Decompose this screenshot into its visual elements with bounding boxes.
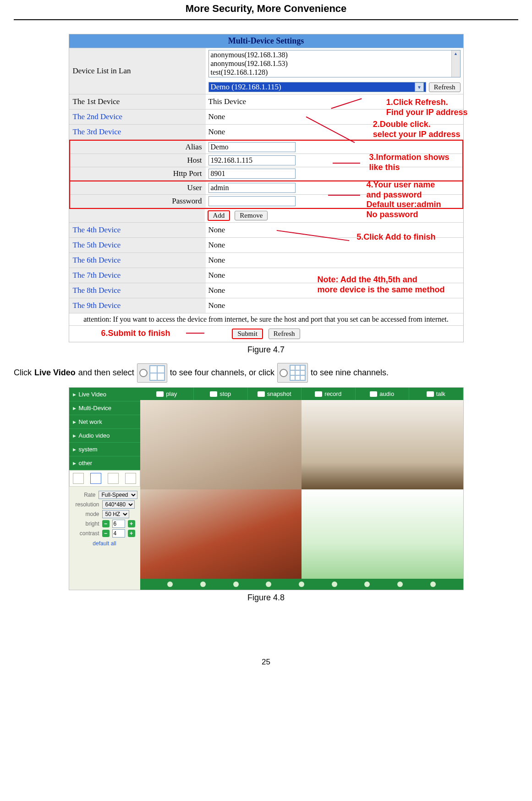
instr-text: to see nine channels. — [311, 368, 389, 378]
figure-4-8-caption: Figure 4.8 — [14, 593, 518, 603]
list-item[interactable]: test(192.168.1.128) — [209, 68, 460, 77]
resolution-label: resolution — [72, 501, 99, 508]
list-item[interactable]: anonymous(192.168.1.38) — [209, 50, 460, 59]
sidebar-item-system[interactable]: system — [69, 443, 140, 456]
device3-label[interactable]: The 3rd Device — [69, 125, 206, 139]
dot-icon — [299, 582, 304, 587]
scrollbar[interactable] — [451, 50, 460, 77]
stop-button[interactable]: stop — [194, 388, 248, 400]
refresh-bottom-button[interactable]: Refresh — [269, 329, 300, 339]
plus-icon[interactable]: + — [128, 520, 135, 527]
camera-icon — [258, 391, 265, 397]
sidebar-item-other[interactable]: other — [69, 456, 140, 470]
view-9-icon[interactable] — [108, 473, 119, 484]
password-label: Password — [139, 195, 206, 208]
multi-device-title: Multi-Device Settings — [69, 34, 463, 48]
view-4-icon[interactable] — [90, 473, 101, 484]
device7-label[interactable]: The 7th Device — [69, 268, 206, 283]
contrast-input[interactable] — [112, 529, 125, 538]
submit-button[interactable]: Submit — [232, 329, 263, 339]
remove-button[interactable]: Remove — [235, 211, 268, 220]
device-dropdown[interactable]: Demo (192.168.1.115) ▼ — [208, 82, 426, 92]
mode-label: mode — [72, 511, 99, 517]
port-label: Http Port — [139, 167, 206, 180]
instruction-line: Click Live Video and then select to see … — [14, 363, 518, 383]
sidebar-item-network[interactable]: Net work — [69, 415, 140, 429]
snapshot-button[interactable]: snapshot — [248, 388, 302, 400]
default-all-link[interactable]: default all — [72, 540, 137, 547]
device7-value: None — [206, 268, 463, 283]
rate-select[interactable]: Full-Speed — [99, 491, 137, 499]
four-channel-icon — [137, 363, 167, 383]
figure-4-8: Live Video Multi-Device Net work Audio v… — [69, 387, 464, 590]
stop-icon — [210, 391, 217, 397]
play-button[interactable]: play — [140, 388, 194, 400]
video-footer-dots — [140, 579, 463, 590]
page-number: 25 — [14, 658, 518, 667]
chevron-down-icon[interactable]: ▼ — [415, 82, 424, 92]
audio-button[interactable]: audio — [356, 388, 410, 400]
camera-feed-3[interactable] — [140, 489, 302, 579]
device8-label[interactable]: The 8th Device — [69, 283, 206, 298]
bright-input[interactable] — [112, 520, 125, 528]
password-input[interactable] — [208, 196, 296, 206]
camera-feed-4[interactable] — [302, 489, 463, 579]
dot-icon — [397, 582, 403, 587]
speaker-icon — [370, 391, 377, 397]
rate-label: Rate — [72, 492, 96, 498]
figure-4-7: Multi-Device Settings Device List in Lan… — [69, 34, 464, 342]
host-label: Host — [139, 154, 206, 167]
view-selector — [69, 470, 140, 487]
user-input[interactable] — [208, 183, 296, 193]
video-controls: RateFull-Speed resolution640*480 mode50 … — [69, 487, 140, 551]
bright-label: bright — [72, 521, 99, 527]
device-listbox[interactable]: anonymous(192.168.1.38) anonymous(192.16… — [208, 50, 461, 77]
add-button[interactable]: Add — [208, 210, 230, 221]
device6-value: None — [206, 253, 463, 268]
video-toolbar: play stop snapshot record audio talk — [140, 388, 463, 400]
dropdown-selected: Demo (192.168.1.115) — [211, 82, 281, 92]
sidebar-item-audio-video[interactable]: Audio video — [69, 429, 140, 443]
minus-icon[interactable]: − — [102, 520, 110, 527]
annotation-6: 6.Submit to finish — [101, 329, 170, 339]
resolution-select[interactable]: 640*480 — [102, 500, 135, 509]
list-item[interactable]: anonymous(192.168.1.53) — [209, 59, 460, 68]
instr-bold: Live Video — [34, 368, 76, 378]
play-icon — [156, 391, 164, 397]
dot-icon — [200, 582, 206, 587]
view-1-icon[interactable] — [73, 473, 84, 484]
sidebar-nav: Live Video Multi-Device Net work Audio v… — [69, 388, 140, 470]
port-input[interactable] — [208, 169, 296, 179]
attention-text: attention: If you want to access the dev… — [69, 313, 463, 326]
sidebar-item-multi-device[interactable]: Multi-Device — [69, 401, 140, 415]
camera-feed-1[interactable] — [140, 400, 302, 489]
device2-value: None — [206, 110, 463, 124]
host-input[interactable] — [208, 155, 296, 165]
record-button[interactable]: record — [302, 388, 356, 400]
device4-value: None — [206, 223, 463, 237]
device8-value: None — [206, 283, 463, 298]
device5-label[interactable]: The 5th Device — [69, 238, 206, 252]
camera-feed-2[interactable] — [302, 400, 463, 489]
mic-icon — [427, 391, 434, 397]
mode-select[interactable]: 50 HZ — [102, 510, 129, 518]
refresh-button[interactable]: Refresh — [429, 82, 461, 92]
instr-text: and then select — [78, 368, 134, 378]
record-icon — [315, 391, 322, 397]
device2-label[interactable]: The 2nd Device — [69, 110, 206, 124]
device4-label[interactable]: The 4th Device — [69, 223, 206, 237]
plus-icon[interactable]: + — [128, 530, 135, 537]
alias-input[interactable] — [208, 142, 296, 152]
talk-button[interactable]: talk — [409, 388, 463, 400]
view-9b-icon[interactable] — [125, 473, 136, 484]
video-grid — [140, 400, 463, 579]
instr-text: Click — [14, 368, 32, 378]
device6-label[interactable]: The 6th Device — [69, 253, 206, 268]
dot-icon — [233, 582, 239, 587]
minus-icon[interactable]: − — [102, 530, 110, 537]
device9-label[interactable]: The 9th Device — [69, 298, 206, 313]
device1-label: The 1st Device — [69, 94, 206, 109]
device-list-label: Device List in Lan — [69, 48, 206, 94]
nine-channel-icon — [277, 363, 308, 383]
sidebar-item-live-video[interactable]: Live Video — [69, 388, 140, 401]
